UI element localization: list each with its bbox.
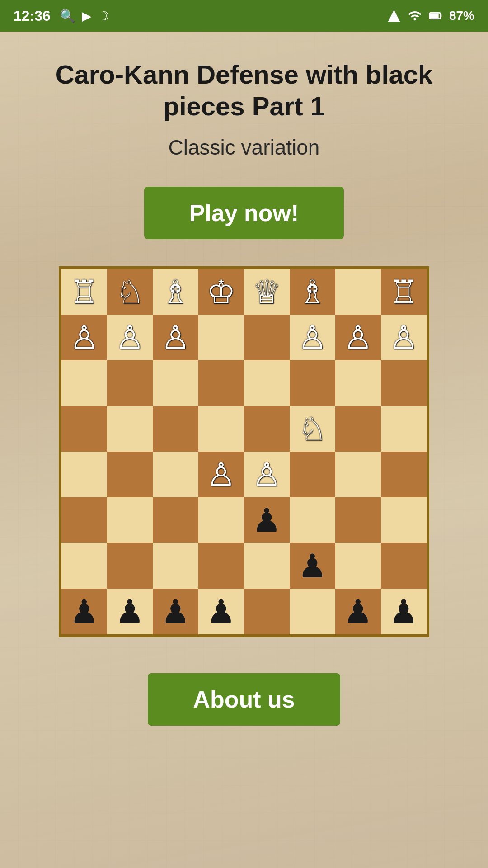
chess-cell <box>61 497 107 543</box>
chess-cell <box>107 452 153 497</box>
chess-cell: ♙ <box>335 315 381 360</box>
chess-cell: ♟ <box>61 589 107 634</box>
chess-cell: ♗ <box>153 269 198 315</box>
chess-cell <box>244 406 290 452</box>
chess-cell: ♟ <box>198 589 244 634</box>
chess-cell <box>198 360 244 406</box>
chess-cell: ♕ <box>244 269 290 315</box>
chess-cell: ♟ <box>290 543 335 589</box>
chess-cell <box>198 406 244 452</box>
chess-cell: ♙ <box>198 452 244 497</box>
chess-cell: ♙ <box>381 315 427 360</box>
play-now-button[interactable]: Play now! <box>144 187 344 239</box>
chess-cell: ♔ <box>198 269 244 315</box>
chess-cell <box>198 543 244 589</box>
status-bar: 12:36 🔍 ▶ ☽ 87% <box>0 0 488 32</box>
chess-cell <box>107 360 153 406</box>
chess-cell: ♙ <box>153 315 198 360</box>
chess-cell <box>61 452 107 497</box>
chess-cell <box>153 452 198 497</box>
chess-cell <box>290 452 335 497</box>
chess-cell: ♟ <box>107 589 153 634</box>
chess-cell <box>381 360 427 406</box>
chess-cell: ♙ <box>107 315 153 360</box>
about-us-button[interactable]: About us <box>148 673 340 726</box>
chess-cell <box>244 543 290 589</box>
chess-cell: ♘ <box>107 269 153 315</box>
chess-cell: ♙ <box>244 452 290 497</box>
battery-icon <box>428 9 443 23</box>
chess-cell: ♙ <box>290 315 335 360</box>
main-content: Caro-Kann Defense with black pieces Part… <box>0 32 488 762</box>
chess-cell <box>153 406 198 452</box>
chess-cell <box>290 497 335 543</box>
page-title: Caro-Kann Defense with black pieces Part… <box>18 59 470 122</box>
chess-cell: ♘ <box>290 406 335 452</box>
chess-cell <box>153 360 198 406</box>
svg-marker-0 <box>388 10 400 22</box>
status-left: 12:36 🔍 ▶ ☽ <box>14 8 109 24</box>
chess-cell <box>335 406 381 452</box>
chess-cell <box>198 315 244 360</box>
chess-cell <box>107 406 153 452</box>
chess-board-container: ♖♘♗♔♕♗♖♙♙♙♙♙♙♘♙♙♟♟♟♟♟♟♟♟ <box>59 266 429 637</box>
search-icon: 🔍 <box>60 9 75 24</box>
chess-cell <box>381 497 427 543</box>
chess-cell <box>335 360 381 406</box>
moon-icon: ☽ <box>98 9 109 24</box>
chess-cell <box>153 543 198 589</box>
chess-board: ♖♘♗♔♕♗♖♙♙♙♙♙♙♘♙♙♟♟♟♟♟♟♟♟ <box>61 269 427 634</box>
chess-cell: ♟ <box>381 589 427 634</box>
status-time: 12:36 <box>14 8 51 24</box>
chess-cell <box>61 406 107 452</box>
chess-cell: ♟ <box>153 589 198 634</box>
chess-cell <box>335 543 381 589</box>
chess-cell <box>381 452 427 497</box>
chess-cell <box>335 452 381 497</box>
chess-cell: ♟ <box>335 589 381 634</box>
status-icons: 🔍 ▶ ☽ <box>60 9 109 24</box>
signal-icon <box>387 9 401 23</box>
chess-cell <box>335 269 381 315</box>
chess-cell <box>107 543 153 589</box>
chess-cell <box>61 543 107 589</box>
page-subtitle: Classic variation <box>169 135 320 160</box>
chess-cell <box>153 497 198 543</box>
chess-cell: ♗ <box>290 269 335 315</box>
chess-cell <box>381 406 427 452</box>
chess-cell: ♙ <box>61 315 107 360</box>
chess-cell <box>198 497 244 543</box>
chess-cell <box>244 315 290 360</box>
wifi-icon <box>408 9 422 23</box>
chess-cell <box>244 589 290 634</box>
chess-cell: ♟ <box>244 497 290 543</box>
status-right: 87% <box>387 9 474 23</box>
svg-rect-3 <box>441 14 442 17</box>
play-store-icon: ▶ <box>82 9 92 24</box>
chess-cell: ♖ <box>61 269 107 315</box>
chess-cell <box>381 543 427 589</box>
chess-cell <box>335 497 381 543</box>
chess-cell <box>244 360 290 406</box>
svg-rect-2 <box>430 14 439 19</box>
chess-cell: ♖ <box>381 269 427 315</box>
chess-cell <box>290 589 335 634</box>
battery-percent: 87% <box>449 9 474 23</box>
chess-cell <box>107 497 153 543</box>
chess-cell <box>61 360 107 406</box>
chess-cell <box>290 360 335 406</box>
